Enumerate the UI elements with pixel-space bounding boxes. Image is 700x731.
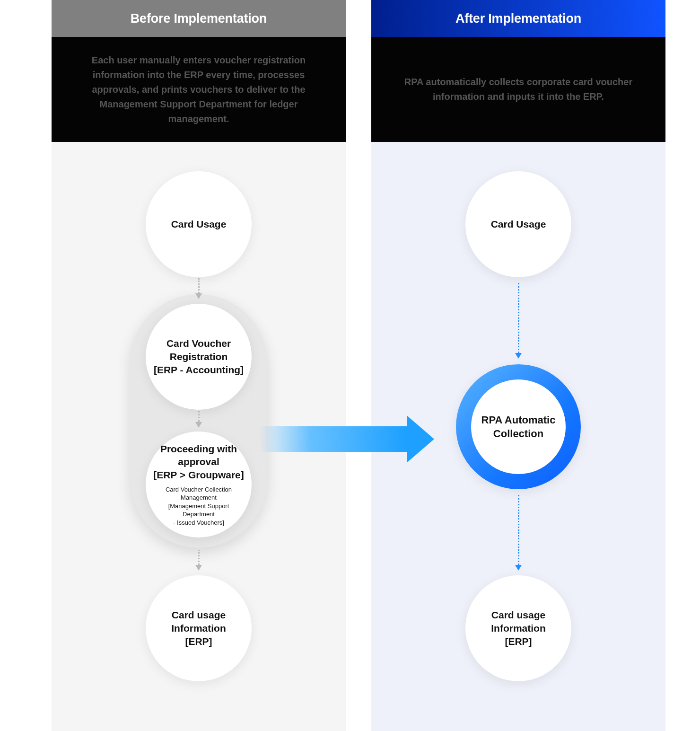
before-column: Before Implementation Each user manually… [52, 0, 346, 731]
node-sublabel: Card Voucher Collection Management[Manag… [153, 485, 244, 527]
arrow-down-icon [195, 411, 202, 428]
node-label: Card Usage [491, 218, 546, 231]
node-label: Card Voucher Registration[ERP - Accounti… [153, 337, 244, 376]
arrow-down-icon [195, 550, 202, 571]
before-description: Each user manually enters voucher regist… [52, 37, 346, 142]
node-label: Card usage Information[ERP] [473, 608, 564, 648]
transition-arrow-icon [259, 415, 434, 463]
node-usage-info: Card usage Information[ERP] [465, 575, 571, 681]
node-rpa: RPA Automatic Collection [456, 364, 581, 489]
after-column: After Implementation RPA automatically c… [371, 0, 665, 731]
diagram-stage: Before Implementation Each user manually… [0, 0, 700, 731]
arrow-down-icon [195, 278, 202, 299]
node-voucher-registration: Card Voucher Registration[ERP - Accounti… [146, 304, 252, 410]
node-usage-info: Card usage Information[ERP] [146, 575, 252, 681]
node-card-usage: Card Usage [465, 171, 571, 277]
node-label: RPA Automatic Collection [477, 413, 560, 440]
after-title: After Implementation [371, 0, 665, 37]
node-label: Card Usage [171, 218, 227, 231]
after-description: RPA automatically collects corporate car… [371, 37, 665, 142]
before-title: Before Implementation [52, 0, 346, 37]
arrow-down-icon [515, 283, 522, 359]
node-label: Proceeding with approval[ERP > Groupware… [153, 442, 244, 482]
node-label: Card usage Information[ERP] [153, 608, 244, 648]
node-card-usage: Card Usage [146, 171, 252, 277]
arrow-down-icon [515, 495, 522, 571]
node-approval: Proceeding with approval[ERP > Groupware… [146, 432, 252, 537]
